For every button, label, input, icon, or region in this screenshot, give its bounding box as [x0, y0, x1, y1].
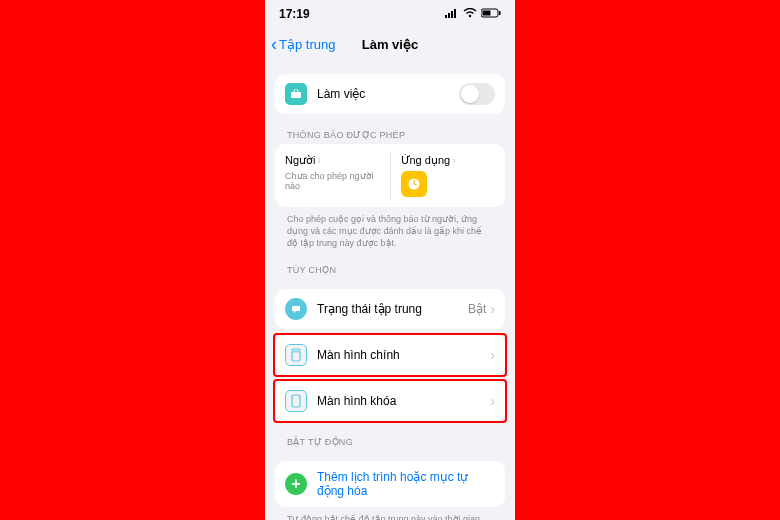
home-screen-row[interactable]: Màn hình chính › [275, 335, 505, 375]
add-schedule-row[interactable]: + Thêm lịch trình hoặc mục tự động hóa [275, 461, 505, 507]
lock-screen-label: Màn hình khóa [317, 394, 490, 408]
chat-icon [285, 298, 307, 320]
svg-rect-7 [499, 11, 501, 15]
apps-label: Ứng dụng › [401, 154, 496, 167]
svg-rect-0 [445, 15, 447, 18]
options-header: TÙY CHỌN [287, 265, 501, 275]
svg-rect-1 [448, 13, 450, 18]
status-bar: 17:19 [265, 0, 515, 28]
status-time: 17:19 [279, 7, 310, 21]
toggle-knob [461, 85, 479, 103]
allowed-footer: Cho phép cuộc gọi và thông báo từ người,… [275, 207, 505, 249]
allowed-card: Người › Chưa cho phép người nào Ứng dụng… [275, 144, 505, 207]
chevron-left-icon: ‹ [271, 34, 277, 55]
home-screen-icon [285, 344, 307, 366]
people-label: Người › [285, 154, 380, 167]
chevron-right-icon: › [452, 155, 455, 166]
svg-rect-6 [483, 11, 491, 16]
back-label: Tập trung [279, 37, 335, 52]
auto-footer: Tự động bật chế độ tập trung này vào thờ… [275, 507, 505, 520]
auto-header: BẬT TỰ ĐỘNG [287, 437, 501, 447]
status-indicators [445, 7, 501, 21]
svg-rect-14 [292, 395, 300, 407]
svg-rect-9 [294, 90, 298, 93]
plus-icon: + [285, 473, 307, 495]
back-button[interactable]: ‹ Tập trung [265, 34, 335, 55]
svg-rect-13 [297, 351, 299, 353]
focus-toggle-row[interactable]: Làm việc [275, 74, 505, 114]
focus-status-label: Trạng thái tập trung [317, 302, 468, 316]
highlight-lock-screen: Màn hình khóa › [273, 379, 507, 423]
svg-rect-11 [292, 349, 300, 361]
battery-icon [481, 7, 501, 21]
people-sub: Chưa cho phép người nào [285, 171, 380, 191]
svg-point-4 [469, 15, 471, 17]
allowed-notifications-header: THÔNG BÁO ĐƯỢC PHÉP [287, 130, 501, 140]
people-column[interactable]: Người › Chưa cho phép người nào [275, 152, 390, 199]
svg-rect-3 [454, 9, 456, 18]
add-schedule-label: Thêm lịch trình hoặc mục tự động hóa [317, 470, 495, 498]
chevron-right-icon: › [490, 301, 495, 317]
chevron-right-icon: › [490, 393, 495, 409]
focus-status-row[interactable]: Trạng thái tập trung Bật › [275, 289, 505, 329]
main-toggle-card: Làm việc [275, 74, 505, 114]
chevron-right-icon: › [490, 347, 495, 363]
options-card: Trạng thái tập trung Bật › [275, 289, 505, 329]
lock-screen-icon [285, 390, 307, 412]
svg-rect-12 [294, 351, 296, 353]
nav-bar: ‹ Tập trung Làm việc [265, 28, 515, 60]
briefcase-icon [285, 83, 307, 105]
lock-screen-row[interactable]: Màn hình khóa › [275, 381, 505, 421]
wifi-icon [463, 7, 477, 21]
signal-icon [445, 7, 459, 21]
highlight-home-screen: Màn hình chính › [273, 333, 507, 377]
content: Làm việc THÔNG BÁO ĐƯỢC PHÉP Người › Chư… [265, 74, 515, 520]
chevron-right-icon: › [318, 155, 321, 166]
auto-card: + Thêm lịch trình hoặc mục tự động hóa [275, 461, 505, 507]
clock-app-icon [401, 171, 427, 197]
apps-column[interactable]: Ứng dụng › [390, 152, 506, 199]
toggle-switch[interactable] [459, 83, 495, 105]
svg-rect-2 [451, 11, 453, 18]
home-screen-label: Màn hình chính [317, 348, 490, 362]
toggle-label: Làm việc [317, 87, 459, 101]
focus-status-value: Bật [468, 302, 486, 316]
phone-frame: 17:19 ‹ Tập trung Làm việc Làm [265, 0, 515, 520]
